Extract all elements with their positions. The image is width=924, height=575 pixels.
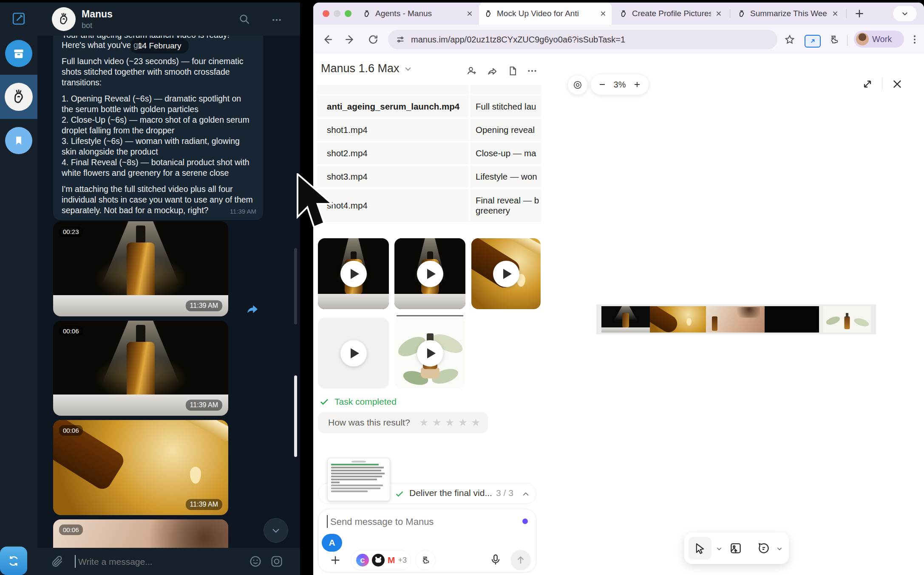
chevron-down-icon[interactable]: [776, 545, 783, 552]
message-item: 4. Final Reveal (~8s) — botanical produc…: [62, 157, 255, 178]
manus-message-input[interactable]: [329, 513, 510, 530]
star-icon[interactable]: ★: [458, 417, 468, 428]
play-icon[interactable]: [417, 340, 443, 366]
play-icon[interactable]: [417, 261, 443, 287]
video-message-2[interactable]: 00:06 11:39 AM: [53, 321, 228, 416]
manus-favicon: [484, 9, 493, 18]
filmstrip-frame-4: [765, 306, 819, 333]
zoom-in-icon[interactable]: [633, 81, 641, 88]
task-progress-label: Deliver the final vid...: [409, 488, 492, 498]
video-message-4[interactable]: 00:06: [53, 519, 228, 548]
chevron-down-icon[interactable]: [716, 545, 723, 552]
select-tool-button[interactable]: [689, 537, 711, 560]
emoji-icon[interactable]: [249, 555, 262, 568]
sync-status-button[interactable]: [0, 547, 27, 575]
tab-search-button[interactable]: [893, 6, 917, 21]
send-button[interactable]: [510, 550, 531, 570]
reload-button[interactable]: [368, 34, 379, 45]
chat-scrollbar[interactable]: [294, 248, 297, 324]
video-message-1[interactable]: 00:23 11:39 AM: [53, 221, 228, 316]
site-info-icon[interactable]: [396, 35, 405, 44]
table-row[interactable]: shot1.mp4 Opening reveal: [317, 119, 541, 141]
expand-icon: [862, 78, 873, 90]
filmstrip-image[interactable]: [596, 304, 876, 334]
chat-scrollbar-thumb[interactable]: [294, 375, 297, 457]
forward-button[interactable]: [345, 34, 356, 45]
archived-chats-button[interactable]: [5, 40, 32, 67]
table-row[interactable]: anti_ageing_serum_launch.mp4 Full stitch…: [317, 96, 541, 118]
files-icon[interactable]: [507, 65, 518, 76]
comment-button[interactable]: [757, 542, 770, 555]
extensions-icon[interactable]: [828, 34, 839, 45]
scroll-to-bottom-button[interactable]: [264, 518, 288, 543]
close-tab-icon[interactable]: [832, 10, 839, 17]
table-row[interactable]: shot4.mp4 Final reveal — b greenery: [317, 189, 541, 222]
browser-menu-icon[interactable]: [909, 34, 920, 45]
play-icon[interactable]: [340, 340, 367, 366]
viewer-settings-button[interactable]: [567, 75, 588, 95]
star-icon[interactable]: ★: [445, 417, 455, 428]
video-tile-2[interactable]: [394, 238, 465, 309]
video-tile-3[interactable]: [471, 238, 541, 309]
fullscreen-button[interactable]: [862, 78, 873, 90]
chat-menu-icon[interactable]: [271, 14, 282, 25]
close-window-button[interactable]: [323, 10, 329, 17]
voice-input-button[interactable]: [489, 553, 502, 566]
tab-agents-manus[interactable]: Agents - Manus: [357, 3, 478, 25]
message-item: 1. Opening Reveal (~6s) — dramatic spotl…: [62, 93, 255, 115]
video-message-3[interactable]: 00:06 11:39 AM: [53, 420, 228, 515]
saved-messages-button[interactable]: [5, 127, 32, 154]
telegram-chat: Your anti-ageing serum launch video is r…: [37, 3, 300, 575]
new-tab-button[interactable]: [854, 8, 865, 19]
bookmark-star-icon[interactable]: [784, 34, 795, 45]
tools-button[interactable]: [415, 550, 436, 570]
user-mention-badge[interactable]: A: [322, 534, 342, 552]
attach-icon[interactable]: [50, 555, 64, 568]
chevron-up-icon[interactable]: [522, 490, 530, 499]
minimize-window-button[interactable]: [334, 10, 340, 17]
star-icon[interactable]: ★: [471, 417, 481, 428]
video-tile-1[interactable]: [318, 238, 389, 309]
address-bar[interactable]: manus.im/app/02uz1tz8CYxZUC9g6yo0a6?isSu…: [388, 30, 777, 49]
add-attachment-button[interactable]: [329, 554, 341, 566]
rating-prompt: How was this result? ★ ★ ★ ★ ★: [318, 412, 488, 433]
connector-icon: C: [356, 554, 369, 567]
invite-icon[interactable]: [466, 65, 477, 76]
tab-capture-icon[interactable]: [805, 35, 821, 48]
video-tile-5[interactable]: [394, 318, 465, 389]
search-icon[interactable]: [238, 13, 251, 25]
close-tab-icon[interactable]: [600, 10, 607, 17]
zoom-out-icon[interactable]: [598, 81, 606, 88]
star-icon[interactable]: ★: [419, 417, 429, 428]
tab-create-profile-pictures[interactable]: Create Profile Pictures: [614, 3, 727, 25]
play-icon[interactable]: [493, 261, 519, 287]
back-button[interactable]: [322, 34, 333, 45]
close-tab-icon[interactable]: [715, 10, 722, 17]
terminal-screenshot-thumbnail[interactable]: [327, 458, 390, 501]
profile-chip[interactable]: Work: [854, 31, 904, 48]
upload-image-button[interactable]: [729, 542, 742, 555]
connectors-pill[interactable]: C M +3: [351, 550, 411, 570]
table-row[interactable]: shot2.mp4 Close-up — ma: [317, 142, 541, 164]
session-title[interactable]: Manus 1.6 Max: [321, 62, 412, 75]
table-row[interactable]: shot3.mp4 Lifestyle — won: [317, 166, 541, 188]
play-icon[interactable]: [340, 261, 367, 287]
arrow-up-icon: [516, 555, 526, 565]
maximize-window-button[interactable]: [345, 10, 351, 17]
session-menu-icon[interactable]: [527, 65, 538, 76]
tab-summarize-this-week[interactable]: Summarize This Week': [732, 3, 844, 25]
video-tile-4[interactable]: [318, 318, 389, 389]
chat-avatar[interactable]: [52, 7, 76, 31]
forward-icon[interactable]: [246, 302, 259, 316]
chat-list-item-manus-selected[interactable]: [0, 75, 37, 119]
archive-icon: [12, 47, 26, 60]
message-input[interactable]: [77, 553, 232, 571]
star-icon[interactable]: ★: [432, 417, 442, 428]
video-record-icon[interactable]: [270, 555, 283, 568]
close-tab-icon[interactable]: [466, 10, 473, 17]
tab-mock-up-video-active[interactable]: Mock Up Video for Anti: [479, 3, 612, 25]
date-separator[interactable]: 14 February: [130, 38, 189, 54]
share-icon[interactable]: [487, 65, 498, 76]
compose-icon[interactable]: [11, 11, 26, 26]
close-viewer-button[interactable]: [891, 78, 903, 90]
